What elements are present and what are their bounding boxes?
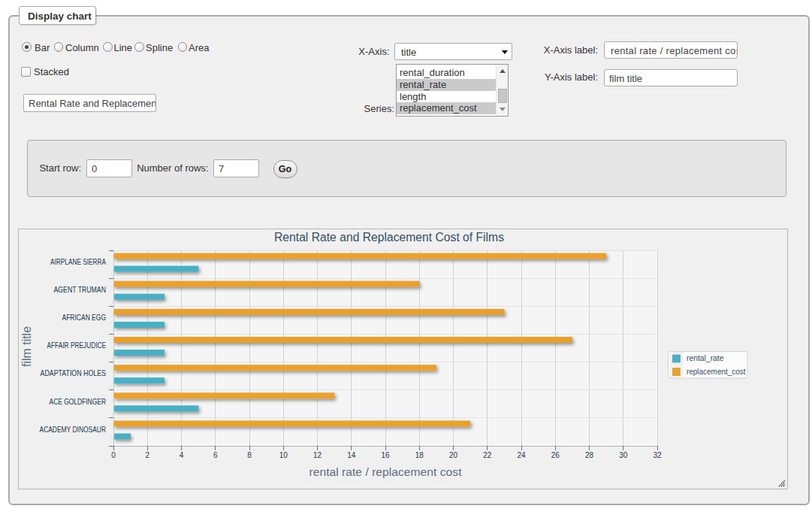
svg-text:26: 26	[551, 451, 560, 459]
svg-text:30: 30	[619, 451, 628, 459]
svg-text:rental_rate: rental_rate	[687, 353, 724, 362]
svg-text:AFRICAN EGG: AFRICAN EGG	[62, 314, 107, 322]
svg-text:10: 10	[279, 451, 288, 459]
svg-text:28: 28	[585, 451, 594, 459]
svg-text:AIRPLANE SIERRA: AIRPLANE SIERRA	[50, 258, 106, 266]
svg-text:8: 8	[247, 451, 252, 459]
svg-text:AGENT TRUMAN: AGENT TRUMAN	[54, 286, 107, 294]
svg-text:AFFAIR PREJUDICE: AFFAIR PREJUDICE	[47, 341, 107, 350]
svg-text:32: 32	[653, 451, 662, 459]
svg-text:16: 16	[381, 451, 390, 459]
svg-text:0: 0	[111, 451, 116, 459]
svg-text:replacement_cost: replacement_cost	[687, 367, 746, 376]
svg-text:film title: film title	[20, 326, 33, 367]
svg-text:6: 6	[213, 451, 218, 459]
svg-text:2: 2	[145, 451, 149, 459]
svg-text:ACADEMY DINOSAUR: ACADEMY DINOSAUR	[40, 426, 107, 434]
svg-text:ADAPTATION HOLES: ADAPTATION HOLES	[41, 369, 107, 377]
svg-text:12: 12	[313, 451, 322, 459]
svg-text:18: 18	[415, 451, 424, 459]
svg-text:20: 20	[449, 451, 458, 459]
svg-text:4: 4	[180, 451, 184, 459]
svg-text:ACE GOLDFINGER: ACE GOLDFINGER	[50, 398, 107, 406]
svg-text:Rental Rate and Replacement Co: Rental Rate and Replacement Cost of Film…	[274, 231, 504, 244]
svg-text:22: 22	[483, 451, 492, 459]
svg-text:24: 24	[517, 451, 526, 459]
svg-text:14: 14	[347, 451, 356, 459]
svg-text:rental rate / replacement cost: rental rate / replacement cost	[309, 466, 462, 478]
